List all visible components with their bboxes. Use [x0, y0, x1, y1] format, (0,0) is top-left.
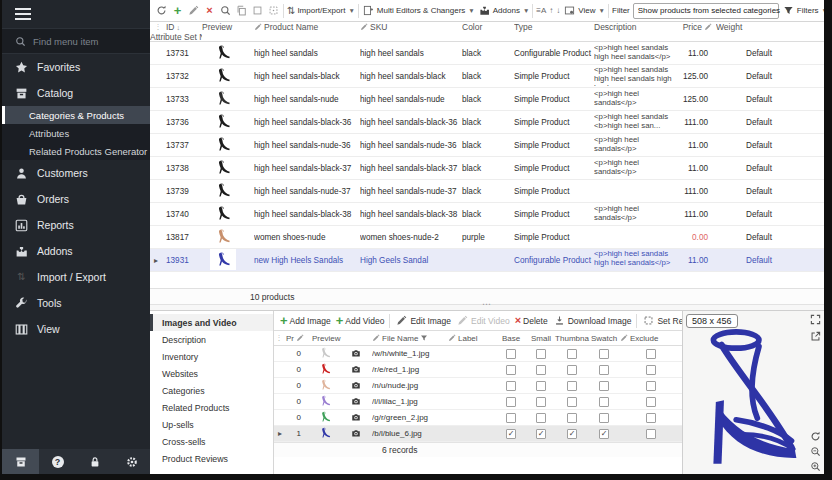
thumbnail-checkbox[interactable]	[567, 349, 577, 359]
small-checkbox[interactable]	[536, 349, 546, 359]
column-header-image-preview[interactable]: Preview	[306, 334, 350, 343]
column-header-preview[interactable]: Preview	[202, 22, 254, 32]
image-row[interactable]: ▸ 1 /b/l/blue_6.jpg	[274, 426, 682, 442]
store-button[interactable]	[2, 449, 39, 474]
sidebar-item-addons[interactable]: Addons	[2, 238, 150, 264]
thumbnail-checkbox[interactable]	[567, 429, 577, 439]
sidebar-item-attributes[interactable]: Attributes	[2, 124, 150, 142]
addons-menu[interactable]: Addons▼	[478, 4, 530, 17]
column-header-label[interactable]: Label	[448, 334, 496, 343]
swatch-checkbox[interactable]	[599, 381, 609, 391]
settings-button[interactable]	[126, 449, 138, 474]
base-checkbox[interactable]	[506, 381, 516, 391]
move-up-icon[interactable]: ↑	[549, 6, 553, 15]
splitter-handle-icon[interactable]: ⋯	[482, 300, 492, 309]
base-checkbox[interactable]	[506, 397, 516, 407]
base-checkbox[interactable]	[506, 365, 516, 375]
delete-product-button[interactable]: ×	[203, 4, 216, 17]
add-product-button[interactable]: +	[171, 4, 184, 17]
zoom-out-button[interactable]	[810, 446, 821, 457]
column-header-swatch[interactable]: Swatch	[591, 334, 617, 343]
move-down-icon[interactable]: ↓	[556, 6, 560, 15]
swatch-checkbox[interactable]	[599, 397, 609, 407]
column-header-sku[interactable]: SKU	[360, 22, 462, 32]
column-header-id[interactable]: ID↓	[166, 22, 202, 32]
base-checkbox[interactable]	[506, 429, 516, 439]
detail-tab[interactable]: Cross-sells	[150, 433, 273, 450]
panel-splitter[interactable]: ⋯	[150, 304, 824, 311]
refresh-button[interactable]	[155, 4, 168, 17]
image-row[interactable]: ▸ 0 /n/u/nude.jpg	[274, 378, 682, 394]
swatch-checkbox[interactable]	[599, 365, 609, 375]
detail-tab[interactable]: Related Products	[150, 399, 273, 416]
view-menu[interactable]: View▼	[563, 4, 605, 17]
exclude-checkbox[interactable]	[646, 349, 656, 359]
column-header-exclude[interactable]: Exclude	[620, 334, 682, 343]
column-header-thumbnail[interactable]: Thumbna	[555, 334, 589, 343]
paste-special-button[interactable]	[267, 4, 280, 17]
detail-tab[interactable]: Product Reviews	[150, 450, 273, 467]
multi-editors-menu[interactable]: Multi Editors & Changers▼	[362, 4, 475, 17]
thumbnail-checkbox[interactable]	[567, 413, 577, 423]
base-checkbox[interactable]	[506, 413, 516, 423]
column-header-product-name[interactable]: Product Name	[254, 22, 360, 32]
swatch-checkbox[interactable]	[599, 349, 609, 359]
add-video-button[interactable]: +Add Video	[336, 314, 385, 327]
column-header-priority[interactable]: Pr	[284, 334, 306, 343]
import-export-menu[interactable]: ⇅Import/Export▼	[287, 6, 355, 16]
product-row[interactable]: ▸ 13931 new High Heels Sandals High Geel…	[150, 249, 824, 272]
sidebar-item-categories-products[interactable]: Categories & Products	[2, 106, 150, 124]
sort-alphabetical-icon[interactable]: ≡A	[536, 6, 546, 15]
swatch-checkbox[interactable]	[599, 429, 609, 439]
sidebar-item-reports[interactable]: Reports	[2, 212, 150, 238]
thumbnail-checkbox[interactable]	[567, 381, 577, 391]
detail-tab[interactable]: Inventory	[150, 348, 273, 365]
select-box-button[interactable]	[251, 4, 264, 17]
product-row[interactable]: ▸ 13740 high heel sandals-black-38 high …	[150, 203, 824, 226]
sidebar-item-import-export[interactable]: ⇅ Import / Export	[2, 264, 150, 290]
exclude-checkbox[interactable]	[646, 397, 656, 407]
filters-menu[interactable]: Filters▼	[782, 4, 824, 17]
zoom-in-button[interactable]	[810, 461, 821, 472]
sidebar-item-catalog[interactable]: Catalog	[2, 80, 150, 106]
image-row[interactable]: ▸ 0 /g/r/green_2.jpg	[274, 410, 682, 426]
product-row[interactable]: ▸ 13739 high heel sandals-nude-37 high h…	[150, 180, 824, 203]
product-row[interactable]: ▸ 13817 women shoes-nude women shoes-nud…	[150, 226, 824, 249]
sidebar-item-related-products-generator[interactable]: Related Products Generator	[2, 142, 150, 160]
image-row[interactable]: ▸ 0 /w/h/white_1.jpg	[274, 346, 682, 362]
column-header-attribute-set[interactable]: Attribute Set Name	[150, 32, 202, 42]
open-external-button[interactable]	[810, 331, 821, 342]
column-header-small[interactable]: Small	[531, 334, 551, 343]
edit-product-button[interactable]	[187, 4, 200, 17]
delete-image-button[interactable]: ×Delete	[515, 315, 548, 326]
help-button[interactable]: ?	[52, 456, 64, 468]
sidebar-item-customers[interactable]: Customers	[2, 160, 150, 186]
sidebar-item-tools[interactable]: Tools	[2, 290, 150, 316]
add-image-button[interactable]: +Add Image	[280, 314, 331, 327]
sidebar-item-view[interactable]: View	[2, 316, 150, 342]
edit-video-button[interactable]: Edit Video	[456, 314, 510, 327]
exclude-checkbox[interactable]	[646, 365, 656, 375]
exclude-checkbox[interactable]	[646, 413, 656, 423]
thumbnail-checkbox[interactable]	[567, 397, 577, 407]
column-header-color[interactable]: Color	[462, 22, 514, 32]
fullscreen-button[interactable]	[810, 314, 821, 325]
download-image-button[interactable]: Download Image	[553, 314, 632, 327]
detail-tab[interactable]: Images and Video	[150, 314, 273, 331]
column-header-weight[interactable]: Weight	[716, 22, 746, 32]
product-row[interactable]: ▸ 13737 high heel sandals-nude-36 high h…	[150, 134, 824, 157]
search-button[interactable]	[219, 4, 232, 17]
detail-tab[interactable]: Websites	[150, 365, 273, 382]
small-checkbox[interactable]	[536, 365, 546, 375]
small-checkbox[interactable]	[536, 397, 546, 407]
exclude-checkbox[interactable]	[646, 429, 656, 439]
lock-button[interactable]	[89, 449, 101, 474]
edit-image-button[interactable]: Edit Image	[395, 314, 451, 327]
image-row[interactable]: ▸ 0 /r/e/red_1.jpg	[274, 362, 682, 378]
hamburger-menu-button[interactable]	[2, 0, 150, 28]
sidebar-item-favorites[interactable]: Favorites	[2, 54, 150, 80]
product-row[interactable]: ▸ 13733 high heel sandals-nude high heel…	[150, 88, 824, 111]
detail-tab[interactable]: Up-sells	[150, 416, 273, 433]
rotate-button[interactable]	[810, 431, 821, 442]
product-row[interactable]: ▸ 13738 high heel sandals-black-37 high …	[150, 157, 824, 180]
